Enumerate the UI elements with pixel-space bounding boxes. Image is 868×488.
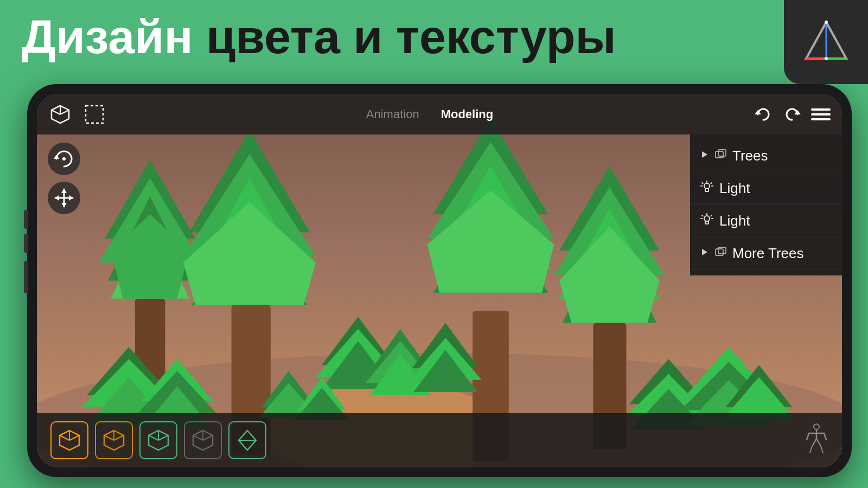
tab-modeling[interactable]: Modeling (441, 107, 494, 121)
trees-group-icon (715, 149, 727, 163)
svg-marker-74 (61, 189, 67, 193)
undo-button[interactable] (750, 101, 776, 127)
svg-line-124 (821, 446, 823, 453)
svg-rect-97 (718, 247, 726, 254)
left-panel (37, 134, 91, 222)
title-dark: цвета и текстуры (193, 10, 616, 63)
logo-corner (784, 0, 868, 84)
phone-volume-down (24, 234, 28, 253)
svg-line-112 (203, 435, 213, 440)
menu-button[interactable] (808, 101, 834, 127)
svg-line-101 (60, 435, 69, 440)
light2-icon (700, 213, 714, 229)
svg-rect-89 (705, 221, 709, 224)
phone-mockup: Animation Modeling (27, 84, 852, 477)
svg-line-122 (816, 439, 821, 446)
svg-line-62 (60, 110, 69, 114)
svg-line-123 (810, 446, 812, 453)
svg-marker-95 (702, 249, 707, 255)
bottom-tool-4[interactable] (184, 421, 222, 459)
svg-line-109 (149, 435, 158, 440)
logo-icon (802, 18, 851, 67)
svg-point-116 (814, 424, 819, 429)
bottom-tool-gem[interactable] (228, 421, 266, 459)
svg-line-63 (52, 110, 60, 114)
svg-rect-79 (716, 151, 723, 158)
svg-point-71 (62, 157, 66, 160)
svg-point-81 (704, 183, 710, 189)
top-toolbar: Animation Modeling (37, 94, 842, 134)
svg-line-100 (69, 435, 79, 440)
bottom-toolbar (37, 413, 842, 467)
svg-line-92 (711, 215, 712, 216)
svg-line-113 (193, 435, 203, 440)
more-trees-label: More Trees (732, 245, 832, 262)
page-title: Дизайн цвета и текстуры (22, 11, 781, 63)
rotate-tool-button[interactable] (48, 143, 80, 175)
svg-point-88 (704, 216, 710, 221)
svg-line-108 (158, 435, 168, 440)
svg-rect-82 (705, 189, 709, 191)
light2-label: Light (719, 213, 832, 229)
light1-icon (700, 180, 714, 197)
more-trees-expand-icon (700, 247, 710, 260)
svg-line-121 (812, 439, 816, 446)
trees-expand-icon (700, 150, 710, 162)
select-tool-button[interactable] (79, 99, 109, 129)
svg-line-84 (702, 183, 703, 184)
toolbar-left (37, 99, 117, 129)
bottom-tool-1[interactable] (50, 421, 88, 459)
svg-line-85 (711, 183, 712, 184)
svg-point-4 (825, 57, 828, 60)
redo-button[interactable] (779, 101, 805, 127)
svg-line-119 (807, 433, 809, 440)
phone-screen: Animation Modeling (37, 94, 842, 467)
svg-rect-64 (86, 106, 103, 123)
svg-line-120 (824, 433, 826, 440)
hierarchy-more-trees[interactable]: More Trees (690, 237, 842, 270)
light1-label: Light (719, 180, 832, 197)
phone-volume-up (24, 210, 28, 229)
bottom-tool-2[interactable] (95, 421, 133, 459)
svg-rect-69 (811, 118, 831, 120)
title-area: Дизайн цвета и текстуры (22, 11, 781, 63)
svg-line-91 (702, 215, 703, 216)
svg-marker-75 (61, 203, 67, 207)
hierarchy-light-2[interactable]: Light (690, 205, 842, 237)
svg-rect-68 (811, 113, 831, 115)
right-panel: Trees Light (690, 134, 842, 275)
cube-tool-button[interactable] (45, 99, 75, 129)
hierarchy-trees[interactable]: Trees (690, 140, 842, 172)
svg-marker-76 (55, 195, 59, 201)
more-trees-group-icon (715, 246, 727, 261)
toolbar-right (742, 101, 842, 127)
svg-marker-70 (54, 155, 59, 159)
svg-rect-96 (716, 249, 723, 255)
svg-line-105 (104, 435, 114, 440)
svg-marker-77 (69, 195, 73, 201)
move-tool-button[interactable] (48, 182, 80, 214)
trees-label: Trees (732, 147, 832, 164)
toolbar-tabs: Animation Modeling (117, 107, 742, 121)
skeleton-icon[interactable] (805, 423, 828, 457)
tab-animation[interactable]: Animation (366, 107, 419, 121)
svg-rect-80 (718, 150, 726, 156)
svg-marker-78 (702, 151, 707, 158)
bottom-tool-3[interactable] (139, 421, 177, 459)
hierarchy-light-1[interactable]: Light (690, 172, 842, 205)
svg-point-5 (825, 21, 828, 24)
svg-line-104 (114, 435, 124, 440)
svg-rect-67 (811, 108, 831, 111)
phone-side-button (24, 261, 28, 293)
title-white: Дизайн (22, 10, 193, 63)
